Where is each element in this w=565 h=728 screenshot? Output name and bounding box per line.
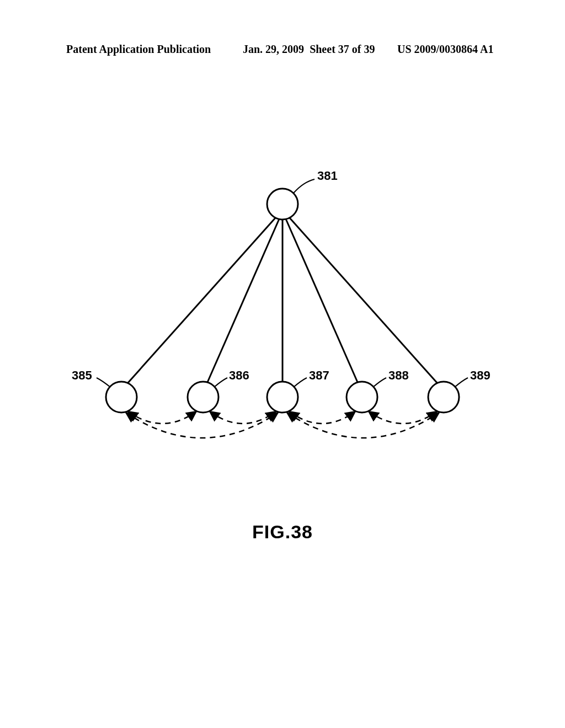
node-389 bbox=[428, 382, 459, 413]
svg-line-1 bbox=[207, 219, 279, 382]
node-386 bbox=[188, 382, 218, 413]
header-pubno: US 2009/0030864 A1 bbox=[397, 43, 493, 56]
label-389: 389 bbox=[470, 368, 491, 383]
figure-label: FIG.38 bbox=[0, 521, 565, 543]
page: Patent Application Publication Jan. 29, … bbox=[0, 0, 565, 728]
node-385 bbox=[106, 382, 137, 413]
header-date-sheet: Jan. 29, 2009 Sheet 37 of 39 bbox=[243, 43, 375, 56]
header-publication: Patent Application Publication bbox=[66, 43, 211, 56]
svg-line-4 bbox=[289, 217, 437, 383]
header-date: Jan. 29, 2009 bbox=[243, 43, 304, 55]
diagram: 381 385 386 387 388 389 bbox=[66, 165, 499, 474]
label-386: 386 bbox=[229, 368, 249, 383]
label-381: 381 bbox=[317, 169, 338, 183]
node-top bbox=[267, 189, 298, 220]
label-385: 385 bbox=[72, 368, 92, 383]
label-387: 387 bbox=[309, 368, 329, 383]
header-sheet: Sheet 37 of 39 bbox=[310, 43, 375, 55]
label-388: 388 bbox=[388, 368, 409, 383]
node-388 bbox=[347, 382, 377, 413]
svg-line-0 bbox=[128, 217, 276, 383]
node-387 bbox=[267, 382, 298, 413]
svg-line-3 bbox=[286, 219, 358, 382]
